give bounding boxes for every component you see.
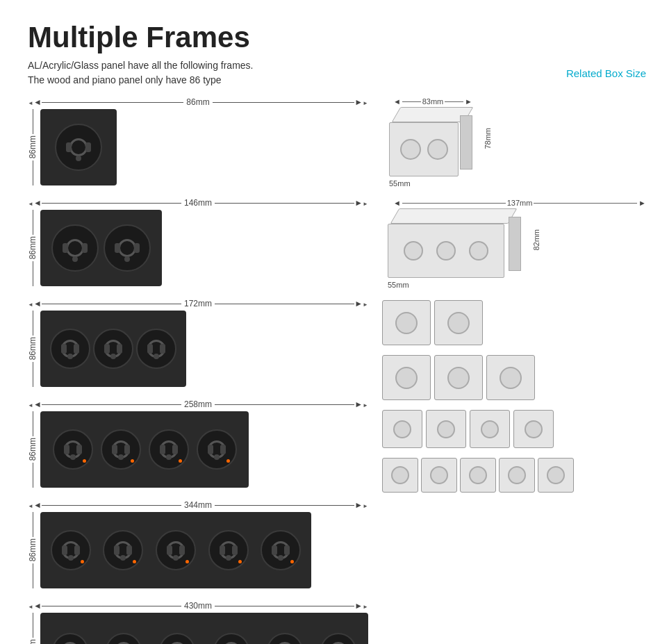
frame-item-2: ◄ 146mm ► 86mm xyxy=(28,198,368,286)
frame-6-width: 430mm xyxy=(184,601,212,611)
box-item-4 xyxy=(382,355,646,400)
frame-5-width: 344mm xyxy=(184,500,212,510)
arrow-left: ◄ xyxy=(28,97,42,107)
panel-4 xyxy=(40,411,249,488)
box-unit xyxy=(460,458,496,493)
box-unit xyxy=(486,355,535,400)
box-unit xyxy=(513,410,554,448)
socket xyxy=(101,429,141,470)
socket xyxy=(51,224,99,272)
box-unit xyxy=(499,458,535,493)
box-unit xyxy=(382,410,422,448)
box-item-5 xyxy=(382,410,646,448)
arrow-right: ► xyxy=(354,97,368,107)
box-unit xyxy=(421,458,457,493)
socket xyxy=(106,633,142,644)
frame-1-width: 86mm xyxy=(186,97,209,107)
box-unit xyxy=(470,410,510,448)
socket xyxy=(261,530,301,570)
box-3d-2: 82mm xyxy=(382,208,521,278)
socket xyxy=(50,329,90,369)
frame-2-horiz-dim: ◄ 146mm ► xyxy=(28,198,368,208)
box1-depth: 78mm xyxy=(484,128,492,149)
socket xyxy=(51,530,91,570)
frame-4-width: 258mm xyxy=(184,399,212,409)
socket xyxy=(136,329,176,369)
socket xyxy=(320,633,356,644)
box-3d-1: 78mm xyxy=(382,107,472,176)
socket xyxy=(267,633,303,644)
frame-item-1: ◄ 86mm ► 86mm xyxy=(28,97,368,185)
socket xyxy=(208,530,249,570)
socket xyxy=(104,224,151,272)
frame-2-width: 146mm xyxy=(184,198,212,208)
panel-3 xyxy=(40,311,186,387)
box-unit xyxy=(382,458,418,493)
box-unit xyxy=(434,355,483,400)
socket xyxy=(52,633,88,644)
socket xyxy=(213,633,249,644)
socket xyxy=(53,429,93,470)
box-unit xyxy=(426,410,466,448)
frame-3-width: 172mm xyxy=(184,299,212,308)
socket xyxy=(159,633,195,644)
panel-1 xyxy=(40,109,117,185)
frame-item-6: ◄ 430mm ► 86mm xyxy=(28,601,368,644)
page-container: Multiple Frames AL/Acrylic/Glass panel h… xyxy=(0,0,660,644)
panel-6 xyxy=(40,613,368,644)
frame-item-4: ◄ 258mm ► 86mm xyxy=(28,399,368,488)
box-item-1: ◄ 83mm ► xyxy=(382,97,646,188)
frame-1-horiz-dim: ◄ 86mm ► xyxy=(28,97,368,107)
box-unit xyxy=(434,300,483,345)
panel-2 xyxy=(40,210,162,286)
frame-4-horiz-dim: ◄ 258mm ► xyxy=(28,399,368,409)
subtitle: AL/Acrylic/Glass panel have all the foll… xyxy=(28,58,632,88)
box-unit xyxy=(382,355,431,400)
box2-width: 137mm xyxy=(507,199,533,207)
box-unit xyxy=(538,458,574,493)
socket xyxy=(93,329,133,369)
box-item-6 xyxy=(382,458,646,493)
socket xyxy=(55,124,102,171)
socket xyxy=(156,530,196,570)
frame-6-horiz-dim: ◄ 430mm ► xyxy=(28,601,368,611)
socket xyxy=(197,429,237,470)
socket xyxy=(149,429,189,470)
box-unit xyxy=(382,300,431,345)
page-title: Multiple Frames xyxy=(28,21,632,54)
boxes-column: ◄ 83mm ► xyxy=(382,97,646,502)
frame-5-horiz-dim: ◄ 344mm ► xyxy=(28,500,368,510)
frame-item-5: ◄ 344mm ► 86mm xyxy=(28,500,368,588)
socket xyxy=(103,530,143,570)
frame-3-horiz-dim: ◄ 172mm ► xyxy=(28,299,368,308)
box-item-2: ◄ 137mm ► 82mm 55mm xyxy=(382,199,646,289)
panel-5 xyxy=(40,512,311,588)
box2-depth: 82mm xyxy=(532,229,541,251)
box-item-3 xyxy=(382,300,646,345)
related-box-label: Related Box Size xyxy=(566,67,646,79)
frames-column: ◄ 86mm ► 86mm xyxy=(28,97,368,644)
box1-width: 83mm xyxy=(422,97,444,106)
box1-height: 55mm xyxy=(389,179,472,188)
frame-item-3: ◄ 172mm ► 86mm xyxy=(28,299,368,387)
box2-height: 55mm xyxy=(388,281,646,289)
